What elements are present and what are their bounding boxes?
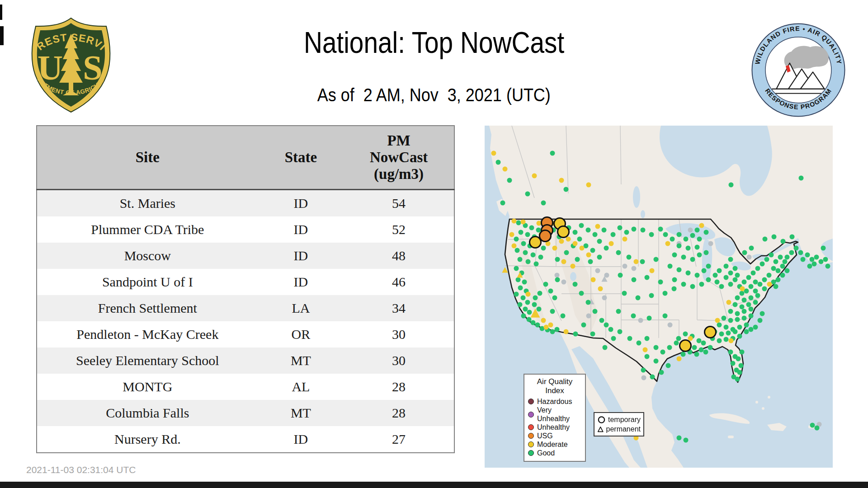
monitor-dot-good — [677, 267, 682, 272]
monitor-dot-good — [616, 250, 621, 255]
monitor-dot-good — [749, 327, 754, 332]
aqi-legend-item: Good — [528, 449, 581, 457]
monitor-dot-good — [672, 253, 677, 258]
monitor-dot-good — [821, 246, 826, 251]
monitor-dot-good — [521, 296, 526, 300]
monitor-dot-good — [604, 246, 609, 251]
monitor-dot-good — [593, 232, 598, 237]
monitor-dot-good — [728, 350, 733, 355]
monitor-dot-good — [749, 284, 754, 289]
monitor-dot-good — [690, 284, 695, 289]
monitor-dot-good — [695, 273, 700, 278]
monitor-dot-good — [658, 227, 663, 232]
monitor-dot-good — [666, 363, 671, 368]
monitor-dot-good — [740, 305, 745, 310]
monitor-dot-good — [602, 228, 607, 233]
monitor-dot-good — [790, 235, 795, 239]
monitor-dot-inactive — [623, 264, 627, 269]
monitor-dot-good — [654, 359, 659, 364]
table-row: Pendleton - McKay CreekOR30 — [37, 321, 454, 347]
monitor-dot-good — [785, 268, 790, 273]
monitor-dot-good — [681, 255, 686, 260]
monitor-dot-good — [670, 237, 675, 242]
monitor-dot-good — [514, 237, 519, 242]
monitor-dot-good — [527, 317, 532, 322]
monitor-dot-good — [706, 264, 711, 269]
monitor-dot-good — [518, 286, 523, 291]
monitor-dot-good — [737, 370, 742, 375]
monitor-dot-good — [780, 264, 785, 269]
monitor-dot-good — [746, 302, 751, 307]
monitor-dot-good — [531, 320, 536, 325]
monitor-dot-moderate — [573, 241, 578, 246]
monitor-dot-good — [749, 296, 754, 300]
monitor-dot-moderate — [548, 323, 553, 328]
page-subtitle: As of 2 AM, Nov 3, 2021 (UTC) — [317, 85, 551, 105]
monitor-dot-good — [774, 284, 778, 289]
monitor-dot-good — [744, 329, 749, 334]
aqi-legend-item: Moderate — [528, 440, 581, 449]
monitor-dot-good — [805, 253, 810, 258]
monitor-dot-good — [577, 237, 582, 242]
monitor-dot-good — [769, 253, 774, 258]
monitor-dot-good — [724, 337, 729, 342]
monitor-dot-good — [749, 246, 754, 251]
monitor-dot-good — [531, 253, 536, 258]
monitor-dot-good — [659, 370, 664, 375]
monitor-dot-good — [798, 250, 803, 255]
monitor-dot-good — [746, 275, 751, 280]
monitor-dot-good — [668, 264, 673, 269]
monitor-dot-moderate — [503, 167, 508, 172]
monitor-dot-good — [581, 323, 586, 328]
monitor-dot-good — [823, 257, 828, 262]
monitor-dot-good — [728, 271, 733, 276]
monitor-dot-good — [694, 352, 699, 357]
monitor-dot-good — [552, 296, 557, 300]
monitor-dot-good — [719, 284, 724, 289]
monitor-dot-good — [604, 323, 609, 328]
monitor-dot-good — [516, 221, 521, 225]
monitor-dot-good — [760, 311, 765, 316]
monitor-dot-good — [518, 257, 523, 262]
monitor-dot-good — [597, 255, 602, 260]
bottom-bar — [0, 482, 868, 488]
monitor-dot-good — [740, 291, 745, 296]
aqi-color-dot — [528, 399, 534, 404]
monitor-dot-good — [810, 423, 815, 428]
monitor-dot-moderate — [509, 232, 514, 237]
monitor-dot-good — [658, 280, 663, 285]
monitor-dot-good — [624, 230, 629, 235]
monitor-dot-top-sites-moderate — [705, 327, 716, 338]
monitor-dot-good — [674, 341, 679, 346]
monitor-dot-good — [677, 244, 682, 249]
monitor-dot-good — [733, 277, 738, 282]
temporary-circle-icon — [597, 415, 606, 424]
monitor-dot-good — [550, 151, 555, 156]
monitor-dot-good — [649, 293, 654, 298]
monitor-dot-good — [690, 257, 695, 262]
monitor-dot-moderate — [512, 244, 517, 249]
monitor-dot-good — [724, 264, 729, 269]
aqi-color-dot — [528, 450, 534, 456]
monitor-dot-inactive — [708, 241, 713, 246]
monitor-dot-good — [588, 259, 593, 264]
monitor-dot-good — [523, 250, 528, 255]
monitor-dot-good — [649, 232, 654, 237]
monitor-dot-good — [704, 250, 709, 255]
monitor-dot-moderate — [559, 178, 564, 183]
monitor-dot-inactive — [561, 280, 566, 285]
monitor-dot-good — [753, 300, 758, 305]
monitor-dot-good — [735, 311, 740, 316]
monitor-dot-good — [753, 289, 758, 294]
legend-item-temporary: temporary — [597, 415, 641, 424]
monitor-dot-moderate — [532, 174, 537, 178]
monitor-dot-good — [663, 314, 668, 319]
monitor-dot-moderate — [688, 336, 693, 341]
monitor-dot-good — [783, 259, 788, 264]
table-header-row: Site State PM NowCast (ug/m3) — [37, 126, 454, 189]
monitor-dot-good — [564, 250, 569, 255]
monitor-dot-good — [537, 307, 542, 312]
monitor-dot-good — [500, 201, 505, 206]
monitor-dot-good — [586, 300, 591, 305]
great-salt-lake — [570, 272, 576, 281]
